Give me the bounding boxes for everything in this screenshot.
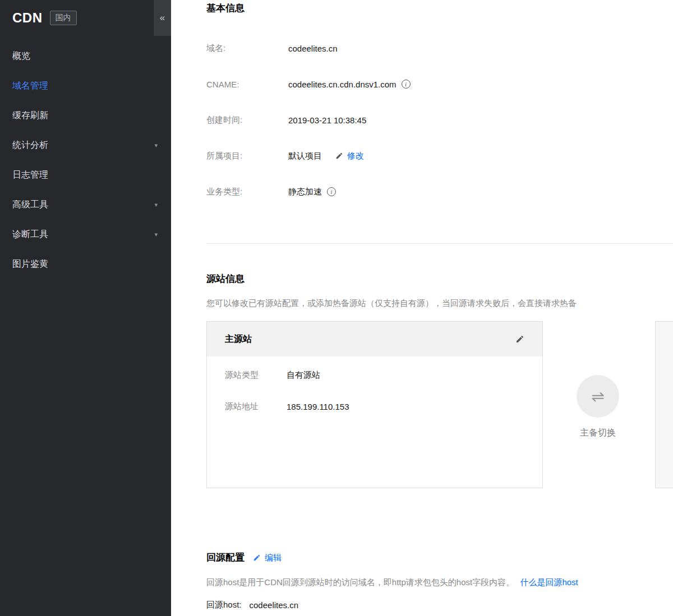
project-edit-group: 修改 [335, 151, 364, 161]
primary-origin-card-body: 源站类型 自有源站 源站地址 185.199.110.153 [207, 356, 542, 422]
backup-origin-card [655, 321, 673, 488]
section-divider [206, 243, 673, 244]
domain-value: codeelites.cn [288, 44, 338, 53]
sidebar-item-statistics[interactable]: 统计分析 ▾ [0, 131, 171, 160]
swap-arrows-icon[interactable]: ⇌ [577, 375, 619, 418]
cname-value: codeelites.cn.cdn.dnsv1.com i [288, 80, 411, 89]
field-row-created: 创建时间: 2019-03-21 10:38:45 [206, 102, 673, 138]
project-value: 默认项目 修改 [288, 151, 364, 161]
created-value: 2019-03-21 10:38:45 [288, 115, 366, 125]
cdn-logo: CDN [12, 10, 43, 26]
sidebar-item-label: 域名管理 [12, 80, 48, 92]
edit-pencil-icon[interactable] [515, 335, 524, 344]
field-row-project: 所属项目: 默认项目 修改 [206, 138, 673, 174]
sidebar-item-domain-management[interactable]: 域名管理 [0, 71, 171, 101]
edit-pencil-icon[interactable] [253, 554, 261, 562]
origin-address-label: 源站地址 [225, 401, 287, 412]
chevron-down-icon: ▾ [154, 231, 158, 238]
basic-info-fields: 域名: codeelites.cn CNAME: codeelites.cn.c… [206, 30, 673, 210]
sidebar-item-label: 高级工具 [12, 199, 48, 211]
back-origin-host-row: 回源host: codeelites.cn [206, 600, 673, 610]
back-origin-header: 回源配置 编辑 [206, 551, 673, 564]
sidebar-item-label: 统计分析 [12, 140, 48, 151]
host-label: 回源host: [206, 600, 242, 610]
origin-address-value: 185.199.110.153 [287, 402, 349, 411]
field-row-cname: CNAME: codeelites.cn.cdn.dnsv1.com i [206, 66, 673, 102]
project-text: 默认项目 [288, 151, 322, 161]
created-label: 创建时间: [206, 115, 288, 126]
back-origin-description-text: 回源host是用于CDN回源到源站时的访问域名，即http请求包包头的host字… [206, 577, 514, 587]
origin-type-label: 源站类型 [225, 370, 287, 381]
origin-cards-row: 主源站 源站类型 自有源站 源站地址 185.199.110.153 ⇌ 主备切… [206, 321, 673, 488]
sidebar-item-image-moderation[interactable]: 图片鉴黄 [0, 249, 171, 279]
sidebar-item-label: 概览 [12, 50, 30, 62]
origin-type-value: 自有源站 [287, 370, 320, 381]
origin-address-row: 源站地址 185.199.110.153 [225, 391, 524, 422]
type-label: 业务类型: [206, 187, 288, 197]
sidebar-item-label: 诊断工具 [12, 229, 48, 240]
primary-origin-card: 主源站 源站类型 自有源站 源站地址 185.199.110.153 [206, 321, 543, 488]
primary-origin-card-header: 主源站 [207, 322, 542, 356]
sidebar: CDN 国内 « 概览 域名管理 缓存刷新 统计分析 ▾ 日志管理 高级工具 ▾… [0, 0, 171, 616]
field-row-domain: 域名: codeelites.cn [206, 30, 673, 66]
what-is-back-origin-host-link[interactable]: 什么是回源host [520, 577, 578, 587]
origin-info-description: 您可以修改已有源站配置，或添加热备源站（仅支持自有源），当回源请求失败后，会直接… [206, 298, 673, 309]
sidebar-item-advanced-tools[interactable]: 高级工具 ▾ [0, 190, 171, 220]
sidebar-menu: 概览 域名管理 缓存刷新 统计分析 ▾ 日志管理 高级工具 ▾ 诊断工具 ▾ 图… [0, 36, 171, 279]
back-origin-title: 回源配置 [206, 551, 245, 564]
sidebar-item-diagnostic-tools[interactable]: 诊断工具 ▾ [0, 220, 171, 249]
domain-label: 域名: [206, 43, 288, 54]
sidebar-item-label: 日志管理 [12, 169, 48, 181]
primary-origin-title: 主源站 [225, 334, 252, 345]
info-icon[interactable]: i [327, 187, 336, 196]
type-value: 静态加速 i [288, 187, 336, 197]
host-value: codeelites.cn [250, 600, 299, 610]
sidebar-item-log-management[interactable]: 日志管理 [0, 160, 171, 190]
field-row-type: 业务类型: 静态加速 i [206, 174, 673, 210]
basic-info-title: 基本信息 [206, 2, 673, 15]
cname-text: codeelites.cn.cdn.dnsv1.com [288, 80, 397, 89]
edit-pencil-icon[interactable] [335, 152, 343, 160]
sidebar-header: CDN 国内 « [0, 0, 171, 36]
project-label: 所属项目: [206, 151, 288, 161]
sidebar-collapse-button[interactable]: « [154, 0, 171, 36]
info-icon[interactable]: i [402, 80, 411, 89]
origin-type-row: 源站类型 自有源站 [225, 359, 524, 391]
main-content: 基本信息 域名: codeelites.cn CNAME: codeelites… [171, 0, 673, 610]
sidebar-item-label: 缓存刷新 [12, 110, 48, 122]
chevron-down-icon: ▾ [154, 201, 158, 209]
back-origin-edit-link[interactable]: 编辑 [265, 553, 282, 563]
origin-info-title: 源站信息 [206, 272, 673, 286]
cname-label: CNAME: [206, 80, 288, 89]
primary-backup-switch: ⇌ 主备切换 [571, 321, 625, 439]
sidebar-item-overview[interactable]: 概览 [0, 41, 171, 71]
project-modify-link[interactable]: 修改 [347, 151, 364, 161]
switch-label: 主备切换 [580, 427, 616, 439]
region-badge: 国内 [50, 11, 77, 25]
chevron-down-icon: ▾ [154, 142, 158, 149]
back-origin-description: 回源host是用于CDN回源到源站时的访问域名，即http请求包包头的host字… [206, 577, 673, 588]
sidebar-item-cache-refresh[interactable]: 缓存刷新 [0, 101, 171, 131]
type-text: 静态加速 [288, 187, 322, 197]
sidebar-item-label: 图片鉴黄 [12, 258, 48, 270]
